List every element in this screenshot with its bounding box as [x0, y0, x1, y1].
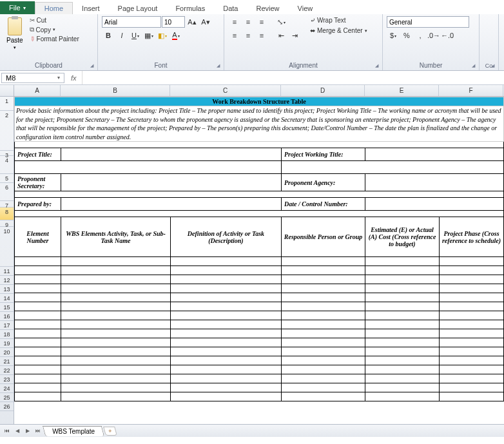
review-tab[interactable]: Review: [247, 3, 288, 14]
title-cell[interactable]: Work Breakdown Structure Table: [15, 97, 504, 106]
fx-icon[interactable]: fx: [66, 74, 82, 82]
row-header-2[interactable]: 2: [0, 111, 14, 151]
border-button[interactable]: ▦: [142, 30, 155, 41]
formula-input[interactable]: [82, 71, 504, 84]
font-size-select[interactable]: [162, 16, 185, 28]
row-header-13[interactable]: 13: [0, 285, 14, 294]
align-top-icon[interactable]: ≡: [228, 16, 241, 28]
bold-button[interactable]: B: [102, 30, 115, 41]
paste-button[interactable]: Paste ▾: [4, 16, 26, 61]
header-element-number[interactable]: Element Number: [15, 217, 61, 257]
home-tab[interactable]: Home: [35, 2, 73, 14]
row-header-9[interactable]: 9: [0, 220, 14, 227]
col-header-a[interactable]: A: [14, 85, 61, 96]
row-header-5[interactable]: 5: [0, 174, 14, 183]
row-header-7[interactable]: 7: [0, 201, 14, 208]
col-header-b[interactable]: B: [61, 85, 170, 96]
row-header-25[interactable]: 25: [0, 393, 14, 402]
row-header-19[interactable]: 19: [0, 339, 14, 348]
font-color-button[interactable]: A: [170, 30, 182, 41]
cut-button[interactable]: Cut: [28, 16, 81, 24]
wrap-text-button[interactable]: ⤶Wrap Text: [309, 16, 369, 24]
row-header-8[interactable]: 8: [0, 208, 14, 220]
project-working-title-value[interactable]: [365, 148, 504, 161]
decrease-decimal-icon[interactable]: ←.0: [441, 30, 454, 41]
increase-font-icon[interactable]: A▴: [186, 16, 199, 28]
increase-indent-icon[interactable]: ⇥: [288, 30, 301, 41]
col-header-d[interactable]: D: [281, 85, 365, 96]
select-all-corner[interactable]: [0, 85, 14, 97]
header-wbs-elements[interactable]: WBS Elements Activity, Task, or Sub-Task…: [61, 217, 171, 257]
proponent-secretary-label[interactable]: Proponent Secretary:: [15, 174, 61, 191]
spacer-row-7[interactable]: [15, 191, 504, 198]
row-header-17[interactable]: 17: [0, 321, 14, 330]
row5-left[interactable]: [15, 161, 282, 174]
row-header-12[interactable]: 12: [0, 276, 14, 285]
row-header-3[interactable]: 3: [0, 151, 14, 156]
row-header-10[interactable]: 10: [0, 227, 14, 267]
row-header-15[interactable]: 15: [0, 303, 14, 312]
view-tab[interactable]: View: [289, 3, 322, 14]
insert-tab[interactable]: Insert: [73, 3, 109, 14]
align-middle-icon[interactable]: ≡: [242, 16, 255, 28]
align-left-icon[interactable]: ≡: [228, 30, 241, 41]
underline-button[interactable]: U: [129, 30, 142, 41]
new-sheet-button[interactable]: ✦: [103, 427, 117, 436]
italic-button[interactable]: I: [115, 30, 128, 41]
prepared-by-value[interactable]: [61, 198, 282, 211]
prepared-by-label[interactable]: Prepared by:: [15, 198, 61, 211]
percent-button[interactable]: %: [400, 30, 413, 41]
row-header-1[interactable]: 1: [0, 97, 14, 111]
row-header-4[interactable]: 4: [0, 156, 14, 174]
copy-button[interactable]: Copy▾: [28, 25, 81, 34]
comma-button[interactable]: ,: [414, 30, 427, 41]
header-phase[interactable]: Project Phase (Cross reference to schedu…: [440, 217, 504, 257]
row-header-14[interactable]: 14: [0, 294, 14, 303]
tab-nav-prev-icon[interactable]: ◀: [13, 427, 22, 436]
project-working-title-label[interactable]: Project Working Title:: [282, 148, 365, 161]
header-responsible[interactable]: Responsible Person or Group: [282, 217, 365, 257]
project-title-value[interactable]: [61, 148, 282, 161]
sheet-tab-wbs[interactable]: WBS Template: [43, 426, 104, 436]
row-header-18[interactable]: 18: [0, 330, 14, 339]
file-tab[interactable]: File: [0, 1, 35, 14]
row-header-21[interactable]: 21: [0, 357, 14, 366]
orientation-button[interactable]: ⤡: [275, 16, 287, 28]
proponent-agency-value[interactable]: [365, 174, 504, 191]
row-header-6[interactable]: 6: [0, 183, 14, 201]
row-header-22[interactable]: 22: [0, 366, 14, 375]
fill-color-button[interactable]: ◧: [156, 30, 169, 41]
row-header-16[interactable]: 16: [0, 312, 14, 321]
row-header-23[interactable]: 23: [0, 375, 14, 384]
increase-decimal-icon[interactable]: .0→: [427, 30, 440, 41]
spacer-row-9[interactable]: [15, 211, 504, 217]
row-header-26[interactable]: 26: [0, 402, 14, 411]
col-header-f[interactable]: F: [439, 85, 503, 96]
tab-nav-first-icon[interactable]: ⏮: [3, 427, 12, 436]
spacer-row-3[interactable]: [15, 142, 504, 148]
row-header-20[interactable]: 20: [0, 348, 14, 357]
data-tab[interactable]: Data: [214, 3, 247, 14]
worksheet-table[interactable]: Work Breakdown Structure Table Provide b…: [14, 97, 504, 401]
font-name-select[interactable]: [102, 16, 161, 28]
project-title-label[interactable]: Project Title:: [15, 148, 61, 161]
row-header-11[interactable]: 11: [0, 267, 14, 276]
page-layout-tab[interactable]: Page Layout: [109, 3, 167, 14]
format-painter-button[interactable]: Format Painter: [28, 35, 81, 43]
row-header-24[interactable]: 24: [0, 384, 14, 393]
proponent-agency-label[interactable]: Proponent Agency:: [282, 174, 365, 191]
col-header-c[interactable]: C: [170, 85, 281, 96]
decrease-indent-icon[interactable]: ⇤: [275, 30, 287, 41]
currency-button[interactable]: $: [387, 30, 400, 41]
align-center-icon[interactable]: ≡: [242, 30, 255, 41]
proponent-secretary-value[interactable]: [61, 174, 282, 191]
date-control-value[interactable]: [365, 198, 504, 211]
name-box[interactable]: M8: [1, 73, 64, 83]
tab-nav-next-icon[interactable]: ▶: [23, 427, 32, 436]
tab-nav-last-icon[interactable]: ⏭: [34, 427, 43, 436]
header-estimated[interactable]: Estimated (E) or Actual (A) Cost (Cross …: [365, 217, 440, 257]
row5-right[interactable]: [282, 161, 504, 174]
merge-center-button[interactable]: ⬌Merge & Center▾: [309, 26, 369, 35]
number-format-select[interactable]: [387, 16, 469, 28]
date-control-label[interactable]: Date / Control Number:: [282, 198, 365, 211]
